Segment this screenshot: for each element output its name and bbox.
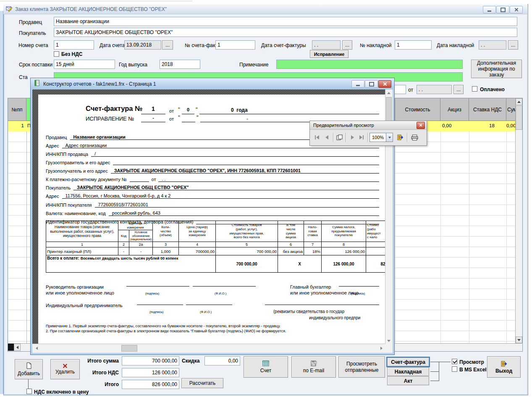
no-vat-checkbox[interactable]: [54, 51, 59, 57]
close-icon: [383, 82, 387, 86]
chevron-down-icon: [388, 137, 390, 138]
first-page-button[interactable]: [312, 132, 322, 142]
delete-button-label: Удалить: [55, 369, 75, 375]
grid-col-excise[interactable]: Акциз: [440, 98, 469, 121]
waybill-date-field[interactable]: . .: [479, 40, 506, 50]
act-print-button[interactable]: Акт: [387, 376, 429, 385]
report-icon: [34, 80, 40, 88]
doc-paydoc-row: К платежно-расчетному документу № от . .: [46, 175, 379, 182]
next-page-button[interactable]: [348, 132, 357, 142]
grid-col-npp[interactable]: №пп: [8, 98, 26, 121]
account-no-label: Номер счета: [18, 42, 48, 48]
scroll-up-button[interactable]: [516, 98, 522, 105]
grid-line: [440, 131, 441, 344]
preview-close-button[interactable]: [417, 122, 425, 129]
calculate-button[interactable]: Рассчитать: [181, 378, 223, 388]
seller-field[interactable]: Название организации: [54, 17, 517, 26]
close-preview-button[interactable]: [395, 132, 406, 142]
account-no-field[interactable]: 1: [54, 40, 94, 50]
zoom-select[interactable]: 100%: [370, 133, 393, 142]
invoice-date-browse-button[interactable]: ...: [342, 40, 352, 50]
year-field[interactable]: 2018: [160, 60, 200, 69]
grid-col-cost[interactable]: Стоимость: [395, 98, 440, 121]
paid-checkbox[interactable]: [472, 86, 477, 92]
account-date-field[interactable]: 13.09.2018: [124, 40, 161, 50]
report-close-button[interactable]: [378, 80, 391, 88]
delivery-field[interactable]: 15 дней: [54, 60, 115, 69]
discount-label: Скидка: [182, 358, 199, 364]
from-date-browse-button[interactable]: ...: [453, 85, 464, 94]
buyer-field[interactable]: ЗАКРЫТОЕ АКЦИОНЕРНОЕ ОБЩЕСТВО "ОРЕХ": [54, 28, 517, 37]
account-date-browse-button[interactable]: ...: [162, 40, 173, 50]
account-print-button[interactable]: Счет: [244, 356, 288, 378]
bracket-line: [439, 362, 439, 381]
scroll-down-button[interactable]: [516, 337, 522, 343]
grid-line: [506, 131, 507, 344]
report-hscrollbar[interactable]: [32, 344, 385, 353]
from-date-field[interactable]: . .: [417, 85, 452, 94]
total-x: X: [278, 255, 322, 273]
report-minimize-button[interactable]: [351, 80, 364, 88]
close-button[interactable]: [510, 6, 523, 13]
order-window-titlebar[interactable]: Заказ клиента ЗАКРЫТОЕ АКЦИОНЕРНОЕ ОБЩЕС…: [3, 4, 527, 14]
discount-field[interactable]: 0,00: [204, 356, 240, 365]
excel-checkbox[interactable]: [452, 366, 457, 372]
grid-col-vat-rate[interactable]: Ставка НДС: [469, 98, 506, 121]
item-qty: 1,000: [153, 247, 179, 255]
sig-director2-label: или иное уполномоченное лицо: [46, 290, 114, 295]
waybill-no-field[interactable]: 1: [395, 40, 432, 50]
doc-currency-label: Валюта: наименование, код: [46, 211, 106, 216]
col-num: 1: [46, 242, 118, 247]
doc-seller-addr-value: Адрес организации: [62, 143, 110, 148]
doc-buyer-addr-row: Адрес 117556, Россия, г Москва, Чонгарск…: [46, 192, 379, 199]
scroll-left-button[interactable]: [33, 345, 40, 352]
preview-checkbox[interactable]: [452, 359, 457, 364]
scroll-thumb[interactable]: [516, 105, 522, 130]
add-button[interactable]: Добавить: [15, 359, 43, 379]
delete-x-icon: [63, 363, 68, 368]
minimize-button[interactable]: [483, 6, 496, 13]
preview-titlebar[interactable]: Предварительный просмотр: [310, 121, 427, 130]
correction-button[interactable]: Исправление: [310, 50, 349, 58]
exit-button[interactable]: Выход: [487, 356, 521, 378]
doc-seller-label: Продавец: [46, 135, 67, 140]
doc-title-from: от: [169, 108, 174, 113]
item-tax: 126 000,00: [322, 247, 366, 255]
waybill-date-browse-button[interactable]: ...: [508, 40, 518, 50]
report-window-title: Конструктор отчетов - fak1new1.frx - Стр…: [43, 81, 156, 87]
col-num: [366, 242, 385, 247]
report-resize-grip[interactable]: [385, 344, 393, 353]
invoice-no-field[interactable]: 1: [215, 40, 255, 50]
waybill-print-button[interactable]: Накладная: [387, 367, 429, 376]
item-rate: 18%: [304, 247, 322, 255]
vat-included-checkbox[interactable]: [26, 389, 32, 394]
scroll-right-button[interactable]: [378, 345, 385, 352]
prev-page-button[interactable]: [322, 132, 331, 142]
print-button[interactable]: [409, 132, 420, 142]
scroll-up-button[interactable]: [385, 89, 392, 96]
waybill-date-label: Дата накладной: [437, 42, 474, 48]
report-maximize-button[interactable]: [365, 80, 378, 88]
note-field[interactable]: [276, 60, 463, 69]
extra-info-button[interactable]: Дополнительная информация по заказу: [471, 60, 522, 78]
col-header-price: Цена (тариф) за единицу измерения: [179, 221, 216, 242]
report-window-titlebar[interactable]: Конструктор отчетов - fak1new1.frx - Стр…: [31, 78, 394, 89]
last-page-button[interactable]: [357, 132, 366, 142]
doc-seller-inn-label: ИНН/КПП продавца: [46, 152, 88, 157]
doc-corr-number: -: [141, 115, 165, 122]
scroll-thumb[interactable]: [121, 345, 137, 352]
bracket-line: [430, 362, 439, 362]
invoice-print-button[interactable]: Счет-фактура: [387, 358, 429, 366]
email-button[interactable]: по E-mail: [291, 356, 336, 378]
maximize-button[interactable]: [496, 6, 509, 13]
scroll-down-button[interactable]: [385, 337, 392, 344]
pages-button[interactable]: [335, 132, 344, 142]
invoice-date-field[interactable]: . .: [312, 40, 341, 50]
view-sent-button[interactable]: Просмотреть отправленные: [338, 356, 385, 378]
seller-label: Продавец: [19, 19, 42, 25]
exit-door-icon: [501, 360, 508, 367]
scroll-left-button[interactable]: [14, 344, 21, 351]
zoom-dropdown-button[interactable]: [386, 133, 393, 142]
last-page-icon: [363, 135, 364, 139]
grid-vscrollbar[interactable]: [515, 98, 522, 343]
